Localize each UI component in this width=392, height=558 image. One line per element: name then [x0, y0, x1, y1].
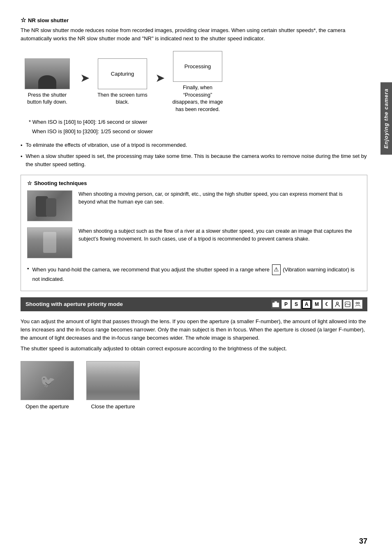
mode-icon-M: M [312, 300, 321, 309]
tip-footer-text: When you hand-hold the camera, we recomm… [32, 264, 361, 283]
sky-image [86, 361, 140, 400]
tip-row1: When shooting a moving person, car, or s… [27, 190, 361, 221]
step3-caption: Finally, when “Processing” disappears, t… [171, 84, 224, 113]
aperture-diagram: Open the aperture Close the aperture [21, 361, 367, 410]
note1: * When ISO is [160] to [400]: 1/6 second… [21, 118, 367, 126]
aperture-close-item: Close the aperture [86, 361, 140, 410]
bullet2: • When a slow shutter speed is set, the … [21, 152, 367, 169]
processing-label: Processing [184, 63, 211, 69]
svg-rect-1 [274, 301, 277, 303]
svg-point-7 [358, 302, 360, 304]
page-number: 37 [359, 537, 367, 546]
diagram-step2: Capturing Then the screen turns black. [96, 58, 149, 106]
waterfall-image [27, 227, 72, 258]
bullet2-text: When a slow shutter speed is set, the pr… [26, 152, 367, 169]
page: Enjoying the camera ☆ NR slow shutter Th… [0, 0, 392, 558]
capturing-box: Capturing [98, 58, 147, 89]
svg-text:↑: ↑ [339, 304, 340, 307]
aperture-section-header: Shooting with aperture priority mode P S… [21, 297, 367, 311]
tip-box: ☆ Shooting techniques When shooting a mo… [21, 175, 367, 291]
bullet1: • To eliminate the effects of vibration,… [21, 141, 367, 150]
mode-icon-scene [353, 300, 362, 309]
mode-icon-camera [271, 300, 280, 309]
mode-icon-portrait: ↑ [333, 300, 342, 309]
step1-caption: Press the shutter button fully down. [21, 92, 74, 106]
tip2-text: When shooting a subject such as the flow… [78, 227, 361, 243]
mode-icon-P: P [281, 300, 291, 309]
vibration-icon: ⚠ [272, 264, 281, 275]
mode-icon-landscape [343, 300, 352, 309]
aperture-close-label: Close the aperture [91, 403, 135, 410]
aperture-open-label: Open the aperture [25, 403, 69, 410]
bullet1-text: To eliminate the effects of vibration, u… [26, 141, 187, 150]
bird-image [21, 361, 74, 400]
processing-box: Processing [173, 51, 222, 82]
note1-text: When ISO is [160] to [400]: 1/6 second o… [32, 119, 148, 125]
nr-title-text: NR slow shutter [28, 17, 69, 23]
mode-icon-S: S [292, 300, 301, 309]
aperture-open-item: Open the aperture [21, 361, 74, 410]
aperture-desc2: The shutter speed is automatically adjus… [21, 345, 367, 353]
diagram-step1: Press the shutter button fully down. [21, 58, 74, 106]
svg-point-6 [356, 302, 357, 304]
arrow2-icon: ➤ [155, 71, 165, 85]
bullet2-dot: • [21, 153, 23, 169]
tip1-text: When shooting a moving person, car, or s… [78, 190, 361, 206]
nr-description: The NR slow shutter mode reduces noise f… [21, 26, 367, 43]
side-tab: Enjoying the camera [380, 82, 392, 155]
tip-title-text: Shooting techniques [34, 180, 87, 186]
tip-footer-dot: • [27, 265, 29, 283]
runners-image [27, 190, 72, 221]
svg-point-3 [337, 302, 339, 304]
mode-icon-moon: ☾ [323, 300, 332, 309]
arch-image [25, 58, 70, 89]
aperture-desc1: You can adjust the amount of light that … [21, 317, 367, 342]
nr-section-title: ☆ NR slow shutter [21, 16, 367, 24]
mode-icons: P S A M ☾ ↑ [271, 300, 362, 309]
arrow1-icon: ➤ [80, 71, 90, 85]
step2-caption: Then the screen turns black. [96, 92, 149, 106]
note2: When ISO is [800] to [3200]: 1/25 second… [21, 127, 367, 136]
mode-icon-A: A [302, 300, 311, 309]
aperture-header-text: Shooting with aperture priority mode [25, 301, 123, 307]
tip-footer-bullet: • When you hand-hold the camera, we reco… [27, 264, 361, 283]
diagram-row: Press the shutter button fully down. ➤ C… [21, 51, 367, 113]
sun-icon: ☆ [21, 16, 26, 24]
capturing-label: Capturing [111, 71, 134, 77]
bullet1-dot: • [21, 141, 23, 150]
tip-sun-icon: ☆ [27, 180, 32, 186]
notes-section: * When ISO is [160] to [400]: 1/6 second… [21, 118, 367, 136]
tip-row2: When shooting a subject such as the flow… [27, 227, 361, 258]
tip-box-title: ☆ Shooting techniques [27, 180, 361, 186]
note2-text: When ISO is [800] to [3200]: 1/25 second… [32, 128, 153, 134]
diagram-step3: Processing Finally, when “Processing” di… [171, 51, 224, 113]
